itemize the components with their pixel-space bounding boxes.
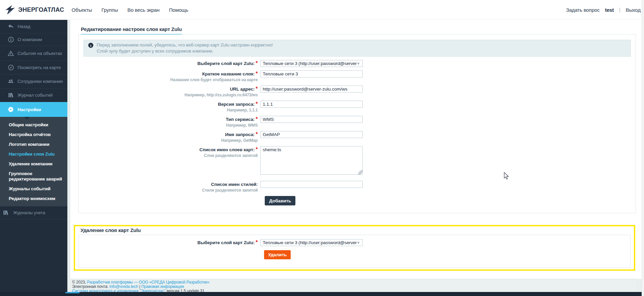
field-hint: Стили разделяются запятой <box>78 188 258 193</box>
footer-divider: | <box>139 284 140 289</box>
required-mark: * <box>256 101 258 107</box>
sidebar-item-about[interactable]: О компании <box>0 33 67 46</box>
required-mark: * <box>256 131 258 137</box>
edit-section-title: Редактирование настроек слоя карт Zulu <box>81 26 182 35</box>
submenu-item-zulu-layer[interactable]: Настройки слоя Zulu <box>9 152 64 157</box>
page-footer: © 2023, Разработчик платформы — ООО «СРЕ… <box>70 279 636 292</box>
field-label: Краткое название слоя: <box>202 71 255 76</box>
sidebar-item-label: Журналы учета <box>13 210 45 215</box>
required-mark: * <box>256 116 258 122</box>
sidebar-item-label: Настройки <box>18 107 41 112</box>
field-label: Выберите слой карт Zulu: <box>197 240 255 245</box>
sidebar-item-accounting-journals[interactable]: Журналы учета <box>0 206 67 219</box>
delete-zulu-panel: Выберите слой карт Zulu:* Тепловые сети … <box>78 235 631 268</box>
sidebar-item-label: Назад <box>18 24 30 29</box>
menu-item-fullscreen[interactable]: Во весь экран <box>127 7 159 13</box>
sidebar-item-back[interactable]: Назад <box>0 20 67 33</box>
field-label: Имя запроса: <box>225 132 255 137</box>
submit-row: Добавить <box>78 196 636 205</box>
field-label: Список имен слоев карт: <box>199 147 255 152</box>
bottom-blue-accent <box>65 292 79 293</box>
sidebar-item-event-journal[interactable]: Журнал событий <box>0 89 67 102</box>
submenu-item-event-journals[interactable]: Журналы событий <box>9 186 64 192</box>
edit-zulu-panel: Перед заполнением полей, убедитесь, что … <box>78 34 636 213</box>
field-label: URL адрес: <box>230 87 255 92</box>
form-row-service-type: Тип сервиса:* Например, WMS <box>78 116 636 128</box>
email-link[interactable]: info@sreda.tech <box>109 284 138 289</box>
top-navbar: ЭНЕРГОАТЛАС Объекты Группы Во весь экран… <box>0 0 644 20</box>
delete-button[interactable]: Удалить <box>264 250 291 259</box>
url-input[interactable] <box>260 86 363 93</box>
employees-icon <box>7 78 14 85</box>
sidebar-item-label: Журнал событий <box>18 93 53 98</box>
menu-item-help[interactable]: Помощь <box>169 7 188 13</box>
info-alert: Перед заполнением полей, убедитесь, что … <box>84 40 631 57</box>
warning-icon <box>7 50 14 57</box>
sidebar-item-employees[interactable]: Сотрудники компании <box>0 74 67 89</box>
sidebar-item-settings[interactable]: Настройки <box>0 102 67 117</box>
top-menu: Объекты Группы Во весь экран Помощь <box>71 7 188 13</box>
alert-line-1: Перед заполнением полей, убедитесь, что … <box>97 42 273 47</box>
compass-icon <box>7 64 14 71</box>
brand-logo[interactable]: ЭНЕРГОАТЛАС <box>0 5 64 15</box>
brand-title: ЭНЕРГОАТЛАС <box>18 6 64 13</box>
legal-info-link[interactable]: Правовая информация <box>141 284 184 289</box>
sidebar-item-label: О компании <box>18 37 42 42</box>
info-icon <box>7 36 14 43</box>
zulu-layer-delete-select[interactable]: Тепловые сети 3 (http://user:password@se… <box>260 239 363 246</box>
settings-submenu: Общие настройки Настройка отчётов Логоти… <box>0 117 67 206</box>
selected-option: Тепловые сети 3 (http://user:password@se… <box>263 240 357 245</box>
sidebar-item-label: Сотрудники компании <box>18 79 63 84</box>
developer-link[interactable]: Разработчик платформы — ООО «СРЕДА Цифро… <box>87 280 210 285</box>
info-icon <box>88 43 93 48</box>
required-mark: * <box>256 239 258 245</box>
form-row-select-layer: Выберите слой карт Zulu:* Тепловые сети … <box>78 60 636 67</box>
sidebar-item-label: Посмотреть на карте <box>18 65 61 70</box>
service-type-input[interactable] <box>260 116 363 123</box>
submenu-item-mnemonic-editor[interactable]: Редактор мнемосхем <box>9 196 64 201</box>
submenu-item-group-edit[interactable]: Групповое редактирование аварий <box>9 171 64 182</box>
styles-list-input[interactable] <box>260 181 363 188</box>
required-mark: * <box>256 60 258 66</box>
form-row-request-name: Имя запроса:* Например, GetMap <box>78 131 636 143</box>
journal-icon <box>3 209 9 216</box>
logout-link[interactable]: Выход <box>626 7 641 13</box>
sidebar-item-events[interactable]: События на объектах <box>0 46 67 61</box>
topbar-divider: | <box>619 7 620 12</box>
email-label: Электронная почта: <box>72 284 108 289</box>
sidebar-item-map[interactable]: Посмотреть на карте <box>0 61 67 74</box>
bottom-edge-strip <box>0 292 644 296</box>
active-item-notch <box>24 117 30 120</box>
field-hint: Название слоя будет отображаться на карт… <box>78 77 258 82</box>
version-input[interactable] <box>260 101 363 108</box>
menu-item-groups[interactable]: Группы <box>101 7 118 13</box>
form-row-layers-list: Список имен слоев карт:* Слои разделяютс… <box>78 146 636 175</box>
field-label: Версия запроса: <box>218 102 255 107</box>
username-label[interactable]: test <box>605 7 614 13</box>
energoatlas-logo-icon <box>5 5 15 15</box>
form-row-short-name: Краткое название слоя:* Название слоя бу… <box>78 70 636 82</box>
submenu-item-logo[interactable]: Логотип компании <box>9 142 64 147</box>
field-hint: Например, 1.1.1 <box>78 108 258 112</box>
submenu-item-reports[interactable]: Настройка отчётов <box>9 132 64 137</box>
ask-question-link[interactable]: Задать вопрос <box>566 7 600 13</box>
submenu-item-delete-company[interactable]: Удаление компании <box>9 161 64 167</box>
vertical-scrollbar[interactable] <box>642 0 644 296</box>
field-hint: Например, http://zs.zulugis.ru:6473/ws <box>78 93 258 97</box>
field-hint: Например, WMS <box>78 123 258 128</box>
field-label: Тип сервиса: <box>226 117 255 122</box>
menu-item-objects[interactable]: Объекты <box>71 7 92 13</box>
copyright-text: © 2023, <box>72 280 86 285</box>
app-root: ЭНЕРГОАТЛАС Объекты Группы Во весь экран… <box>0 0 644 296</box>
journal-icon <box>7 92 14 99</box>
field-label: Список имен стилей: <box>211 182 258 187</box>
layers-list-textarea[interactable]: sheme:ts <box>260 146 363 175</box>
submenu-item-general[interactable]: Общие настройки <box>9 122 64 128</box>
add-button[interactable]: Добавить <box>265 196 295 205</box>
zulu-layer-select[interactable]: Тепловые сети 3 (http://user:password@se… <box>260 60 363 67</box>
request-name-input[interactable] <box>260 131 363 138</box>
sidebar-item-label: События на объектах <box>18 51 62 56</box>
short-name-input[interactable] <box>260 70 363 77</box>
field-hint: Слои разделяются запятой <box>78 153 258 158</box>
field-label: Выберите слой карт Zulu: <box>197 61 255 66</box>
